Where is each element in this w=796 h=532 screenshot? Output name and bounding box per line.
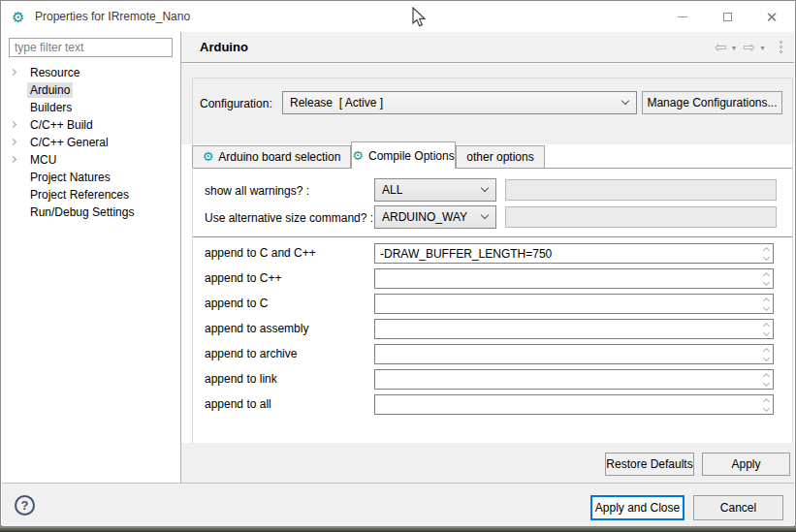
append-row: append to all [193,394,792,415]
spinner-icon[interactable] [759,269,773,288]
manage-configurations-button[interactable]: Manage Configurations... [642,91,782,114]
minimize-icon [678,16,687,17]
properties-tree: Resource Arduino Builders C/C++ Build C/… [2,64,179,221]
back-icon[interactable]: ⇦ [715,40,727,55]
spinner-icon[interactable] [759,295,773,313]
configuration-selected-value: Release [ Active ] [290,96,383,110]
cancel-button[interactable]: Cancel [693,495,783,520]
close-button[interactable]: ✕ [749,2,794,32]
spinner-icon[interactable] [759,370,773,389]
spinner-icon[interactable] [759,244,773,263]
field-label: append to C++ [205,271,281,285]
minimize-button[interactable] [660,2,705,32]
chevron-right-icon[interactable] [10,139,16,145]
size-command-select[interactable]: ARDUINO_WAY [374,205,496,229]
warnings-label: show all warnings? : [205,184,309,198]
spinner-icon[interactable] [759,320,773,338]
properties-dialog: ⚙ Properties for IRremote_Nano ✕ Resourc… [0,0,796,526]
append-all-input[interactable] [374,394,774,415]
field-label: append to archive [205,347,297,360]
append-cpp-input[interactable] [374,268,774,289]
forward-dropdown-caret-icon[interactable]: ▼ [759,45,766,51]
form-separator [193,236,792,237]
page-header: Arduino ⇦ ▼ ⇨ ▼ [181,32,794,63]
append-assembly-input[interactable] [374,319,774,339]
gear-icon: ⚙ [12,9,24,25]
size-command-selected-value: ARDUINO_WAY [382,210,467,224]
tab-label: Compile Options [368,149,455,163]
chevron-right-icon[interactable] [10,156,16,163]
size-command-label: Use alternative size command? : [205,211,373,225]
chevron-right-icon[interactable] [10,69,16,76]
restore-defaults-button[interactable]: Restore Defaults [605,453,694,476]
append-row: append to link [193,369,792,390]
help-icon[interactable]: ? [15,495,35,516]
configuration-select[interactable]: Release [ Active ] [282,91,637,114]
maximize-icon [723,13,732,21]
apply-and-close-button[interactable]: Apply and Close [590,495,685,520]
window-title: Properties for IRremote_Nano [35,2,190,32]
sidebar-item-label: Arduino [27,82,73,98]
sidebar-item-label: Run/Debug Settings [27,204,137,220]
apply-button[interactable]: Apply [702,453,790,476]
append-row: append to C++ [193,268,792,289]
append-row: append to C [193,294,792,314]
append-c-and-cpp-input[interactable] [374,243,774,264]
sidebar-item-label: Project References [27,187,132,203]
sidebar-item-project-references[interactable]: Project References [2,186,179,203]
warnings-select[interactable]: ALL [374,178,496,202]
chevron-right-icon[interactable] [10,121,16,128]
tab-label: other options [466,150,533,164]
sidebar-item-ccpp-build[interactable]: C/C++ Build [2,116,179,134]
tab-label: Arduino board selection [218,150,340,164]
sidebar-item-arduino[interactable]: Arduino [2,81,179,99]
compile-options-panel: show all warnings? : ALL Use alternative… [193,168,792,443]
sidebar-item-ccpp-general[interactable]: C/C++ General [2,134,179,151]
configuration-label: Configuration: [200,97,272,110]
append-archive-input[interactable] [374,344,774,364]
tab-arduino-board-selection[interactable]: ⚙ Arduino board selection [192,145,351,168]
view-menu-icon[interactable] [778,39,784,55]
sidebar-item-run-debug-settings[interactable]: Run/Debug Settings [2,203,179,221]
field-label: append to link [205,372,277,386]
sidebar-item-label: C/C++ General [27,135,111,150]
maximize-button[interactable] [705,2,749,32]
spinner-icon[interactable] [759,395,773,414]
chevron-down-icon [481,184,489,192]
sidebar-item-builders[interactable]: Builders [2,99,179,116]
close-icon: ✕ [766,10,779,24]
sidebar-item-label: Resource [27,65,82,80]
field-label: append to C [205,297,268,310]
spinner-icon[interactable] [759,345,773,363]
forward-icon[interactable]: ⇨ [743,40,755,55]
sidebar-item-label: C/C++ Build [27,117,96,133]
page-title: Arduino [200,32,248,62]
chevron-down-icon [621,97,629,105]
chevron-down-icon [481,211,489,219]
tab-compile-options[interactable]: ⚙ Compile Options [351,141,456,169]
sidebar-item-resource[interactable]: Resource [2,64,179,81]
append-c-input[interactable] [374,294,774,314]
sidebar-item-mcu[interactable]: MCU [2,151,179,169]
gear-icon: ⚙ [203,150,214,164]
sidebar-item-label: MCU [27,152,59,168]
warnings-selected-value: ALL [382,183,402,197]
append-link-input[interactable] [374,369,774,390]
filter-input[interactable] [9,38,173,57]
titlebar[interactable]: ⚙ Properties for IRremote_Nano ✕ [2,2,794,32]
back-dropdown-caret-icon[interactable]: ▼ [731,45,738,51]
append-row: append to assembly [193,319,792,339]
sidebar: Resource Arduino Builders C/C++ Build C/… [2,32,181,483]
gear-icon: ⚙ [352,149,364,163]
warnings-custom-field [505,179,777,201]
tab-other-options[interactable]: other options [456,145,545,168]
size-command-custom-field [505,206,777,228]
screen: ⚙ Properties for IRremote_Nano ✕ Resourc… [0,0,796,532]
field-label: append to all [205,397,271,411]
append-row: append to archive [193,344,792,364]
sidebar-item-label: Project Natures [27,170,113,185]
field-label: append to C and C++ [205,246,316,260]
sidebar-item-project-natures[interactable]: Project Natures [2,169,179,186]
dialog-footer: ? Apply and Close Cancel [2,483,794,526]
background-window-strip [0,526,796,532]
